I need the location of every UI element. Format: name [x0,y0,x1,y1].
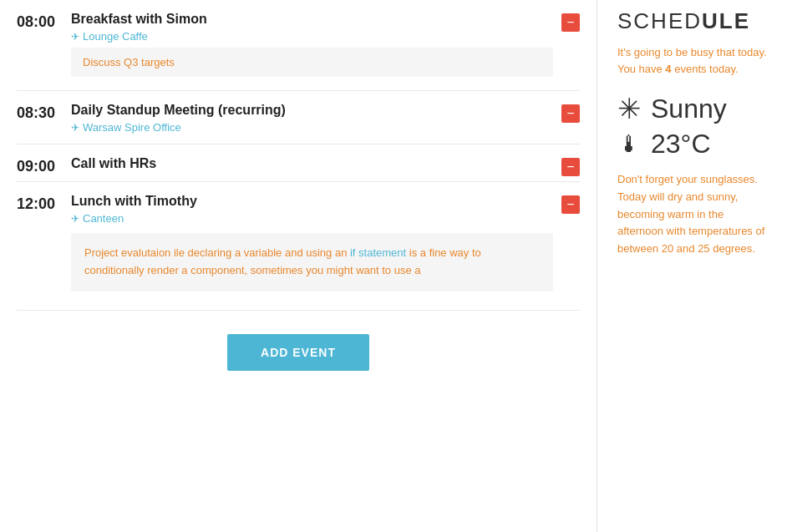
schedule-title-bold: ULE [702,8,750,33]
event-content: Daily Standup Meeting (recurring) ✈ Wars… [71,103,553,139]
event-row: 08:30 Daily Standup Meeting (recurring) … [17,91,580,144]
event-row: 09:00 Call with HRs − [17,144,580,182]
add-event-container: ADD EVENT [17,334,580,371]
event-location[interactable]: ✈ Lounge Caffe [71,30,553,43]
weather-main: ✳ Sunny [617,92,767,125]
note-text-orange: Project evalutaion ile declaring a varia… [84,246,350,259]
event-location[interactable]: ✈ Warsaw Spire Office [71,121,553,134]
busy-text: It's going to be busy that today. You ha… [617,44,767,77]
weather-condition: Sunny [651,94,727,124]
event-time: 08:00 [17,12,71,31]
delete-event-button[interactable]: − [561,13,580,32]
weather-temperature: 23°C [651,129,711,160]
event-time: 08:30 [17,103,71,122]
location-icon: ✈ [71,31,79,43]
title-wrapper: SCHEDULE [617,8,767,34]
delete-event-button[interactable]: − [561,104,580,123]
location-text: Warsaw Spire Office [83,121,181,134]
event-note: Discuss Q3 targets [71,48,553,77]
event-row: 08:00 Breakfast with Simon ✈ Lounge Caff… [17,0,580,91]
event-title: Daily Standup Meeting (recurring) [71,103,553,118]
event-title: Lunch with Timothy [71,194,553,209]
event-content: Lunch with Timothy ✈ Canteen Project eva… [71,194,553,305]
location-text: Canteen [83,212,124,225]
left-panel: 08:00 Breakfast with Simon ✈ Lounge Caff… [0,0,597,532]
right-panel: SCHEDULE It's going to be busy that toda… [597,0,787,532]
add-event-button[interactable]: ADD EVENT [227,334,369,371]
location-icon: ✈ [71,213,79,225]
location-text: Lounge Caffe [83,30,148,43]
event-location[interactable]: ✈ Canteen [71,212,553,225]
weather-description: Don't forget your sunglasses. Today will… [617,171,767,258]
event-content: Call with HRs [71,156,553,175]
weather-temp-row: 🌡 23°C [617,129,767,160]
note-text-blue: if statement [350,246,406,259]
delete-event-button[interactable]: − [561,158,580,176]
event-title: Call with HRs [71,156,553,171]
busy-end: events today. [672,63,739,75]
event-time: 12:00 [17,194,71,213]
event-row: 12:00 Lunch with Timothy ✈ Canteen Proje… [17,182,580,311]
schedule-title: SCHEDULE [617,8,767,34]
event-title: Breakfast with Simon [71,12,553,27]
event-count: 4 [665,63,671,75]
event-content: Breakfast with Simon ✈ Lounge Caffe Disc… [71,12,553,85]
location-icon: ✈ [71,122,79,134]
thermometer-icon: 🌡 [617,130,641,158]
event-note-multiline: Project evalutaion ile declaring a varia… [71,233,553,291]
weather-section: ✳ Sunny 🌡 23°C Don't forget your sunglas… [617,92,767,258]
sun-icon: ✳ [617,92,641,125]
delete-event-button[interactable]: − [561,195,580,214]
event-time: 09:00 [17,156,71,175]
